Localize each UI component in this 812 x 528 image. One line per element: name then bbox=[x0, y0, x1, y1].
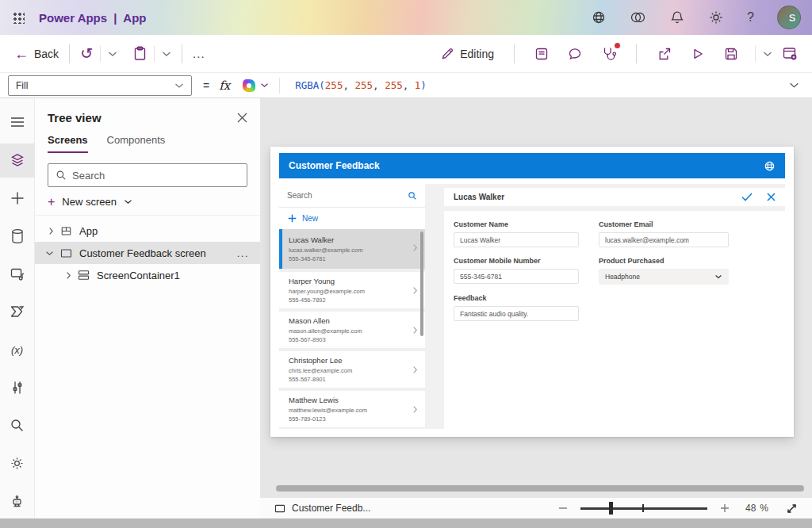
help-icon[interactable]: ? bbox=[747, 10, 754, 25]
contact-phone: 555-789-0123 bbox=[289, 415, 411, 423]
editing-mode-button[interactable]: Editing bbox=[441, 47, 494, 60]
chevron-right-icon[interactable] bbox=[66, 271, 71, 280]
comments-button[interactable] bbox=[568, 47, 582, 61]
formula-arg: 255 bbox=[354, 79, 373, 91]
list-scrollbar[interactable] bbox=[420, 231, 423, 336]
paste-button[interactable] bbox=[133, 46, 147, 61]
tree-item-customer-feedback-screen[interactable]: Customer Feedback screen ... bbox=[35, 242, 260, 264]
contact-card[interactable]: Matthew Lewis matthew.lewis@example.com … bbox=[279, 391, 425, 427]
divider bbox=[154, 46, 155, 62]
tree-item-screencontainer1[interactable]: ScreenContainer1 bbox=[35, 264, 260, 286]
contact-name: Christopher Lee bbox=[289, 356, 411, 365]
search-icon bbox=[10, 418, 25, 433]
rail-media-button[interactable] bbox=[0, 257, 35, 291]
notes-icon bbox=[534, 47, 549, 61]
zoom-controls: 48 % bbox=[558, 503, 798, 515]
property-selector[interactable]: Fill bbox=[8, 75, 192, 96]
notifications-bell-icon[interactable] bbox=[669, 10, 685, 25]
save-chevron-down-icon[interactable] bbox=[763, 51, 772, 57]
brand-name[interactable]: Power Apps bbox=[39, 11, 107, 25]
contact-card-selected[interactable]: Lucas Walker lucas.walker@example.com 55… bbox=[279, 229, 425, 269]
rail-settings-button[interactable] bbox=[0, 446, 35, 480]
app-launcher-waffle-icon[interactable] bbox=[12, 11, 25, 24]
new-screen-button[interactable]: + New screen bbox=[48, 196, 247, 208]
product-dropdown[interactable]: Headphone bbox=[599, 269, 729, 285]
undo-button[interactable]: ↺ bbox=[80, 46, 93, 61]
field-label: Customer Email bbox=[599, 220, 729, 228]
zoom-value: 48 bbox=[745, 503, 756, 514]
tree-search-input[interactable] bbox=[72, 170, 239, 182]
app-header-bar[interactable]: Customer Feedback bbox=[279, 153, 785, 178]
contact-email: mason.allen@example.com bbox=[289, 327, 411, 335]
zoom-slider[interactable] bbox=[580, 507, 707, 510]
contact-phone: 555-567-8903 bbox=[289, 336, 411, 343]
copilot-formula-button[interactable] bbox=[239, 77, 272, 94]
field-input[interactable]: Lucas Walker bbox=[454, 232, 579, 247]
field-label: Feedback bbox=[454, 294, 579, 302]
settings-gear-icon[interactable] bbox=[708, 10, 724, 25]
undo-chevron-down-icon[interactable] bbox=[108, 51, 117, 57]
tree-search-box bbox=[48, 163, 247, 187]
field-input[interactable]: Fantastic audio quality. bbox=[454, 306, 579, 321]
chevron-down-icon[interactable] bbox=[45, 251, 54, 256]
tree-item-app[interactable]: App bbox=[35, 220, 260, 242]
contact-card[interactable]: Harper Young harper.young@example.com 55… bbox=[279, 272, 425, 308]
publish-button[interactable] bbox=[782, 46, 798, 61]
zoom-slider-handle[interactable] bbox=[609, 502, 613, 515]
more-commands-button[interactable]: ... bbox=[193, 47, 205, 60]
tree-view-title: Tree view bbox=[48, 111, 102, 124]
rail-data-button[interactable] bbox=[0, 219, 35, 253]
tab-screens[interactable]: Screens bbox=[48, 134, 88, 153]
rail-virtual-agent-button[interactable] bbox=[0, 484, 35, 518]
design-canvas[interactable]: Customer Feedback New Lucas bbox=[260, 98, 812, 498]
fit-to-screen-icon[interactable] bbox=[786, 503, 798, 515]
robot-icon bbox=[10, 494, 25, 509]
contact-card[interactable]: Christopher Lee chris.lee@example.com 55… bbox=[279, 351, 425, 388]
app-screen-preview[interactable]: Customer Feedback New Lucas bbox=[270, 147, 794, 437]
rail-tree-view-button[interactable] bbox=[0, 143, 35, 178]
close-icon[interactable] bbox=[237, 113, 247, 123]
tab-components[interactable]: Components bbox=[107, 134, 166, 153]
formula-input[interactable]: RGBA(255, 255, 255, 1) bbox=[295, 79, 789, 91]
formula-bar-expand-chevron-icon[interactable] bbox=[789, 82, 799, 89]
preview-play-button[interactable] bbox=[691, 47, 705, 61]
checker-alert-dot bbox=[615, 43, 620, 48]
app-checker-button[interactable] bbox=[601, 46, 616, 61]
rail-insert-button[interactable] bbox=[0, 182, 35, 216]
save-check-icon[interactable] bbox=[741, 193, 753, 201]
rail-advanced-tools-button[interactable] bbox=[0, 371, 35, 405]
current-screen-selector[interactable]: Customer Feedb... bbox=[274, 503, 370, 514]
collapse-menu-button[interactable] bbox=[0, 105, 35, 140]
rail-power-automate-button[interactable] bbox=[0, 295, 35, 329]
canvas-horizontal-scrollbar[interactable] bbox=[276, 485, 804, 492]
pencil-icon bbox=[441, 47, 454, 60]
formula-bar: Fill = fx RGBA(255, 255, 255, 1) bbox=[0, 73, 812, 98]
app-notes-button[interactable] bbox=[534, 47, 549, 61]
field-input[interactable]: 555-345-6781 bbox=[454, 269, 579, 284]
screen-icon bbox=[274, 504, 285, 513]
environment-icon[interactable] bbox=[591, 10, 607, 25]
globe-icon[interactable] bbox=[764, 160, 776, 172]
property-chevron-down-icon bbox=[174, 82, 184, 89]
paste-chevron-down-icon[interactable] bbox=[162, 51, 171, 57]
rail-search-button[interactable] bbox=[0, 409, 35, 443]
contact-card[interactable]: Mason Allen mason.allen@example.com 555-… bbox=[279, 312, 425, 348]
field-input[interactable]: lucas.walker@example.com bbox=[599, 232, 729, 247]
user-avatar[interactable]: S bbox=[777, 6, 801, 29]
save-button[interactable] bbox=[724, 47, 738, 61]
editing-label: Editing bbox=[460, 48, 494, 60]
back-button[interactable]: ← Back bbox=[14, 47, 59, 61]
copilot-icon[interactable] bbox=[630, 10, 646, 25]
zoom-out-button[interactable] bbox=[558, 503, 568, 513]
field-label: Customer Name bbox=[454, 220, 579, 228]
screen-icon bbox=[60, 248, 72, 258]
tree-item-more-button[interactable]: ... bbox=[237, 247, 249, 259]
zoom-in-button[interactable] bbox=[720, 503, 730, 513]
rail-variables-button[interactable]: (x) bbox=[0, 333, 35, 367]
contact-search-input[interactable] bbox=[287, 191, 408, 200]
cancel-x-icon[interactable] bbox=[767, 193, 776, 201]
search-icon bbox=[56, 170, 67, 181]
chevron-right-icon[interactable] bbox=[48, 227, 54, 235]
share-button[interactable] bbox=[657, 47, 672, 61]
new-record-button[interactable]: New bbox=[279, 208, 425, 229]
